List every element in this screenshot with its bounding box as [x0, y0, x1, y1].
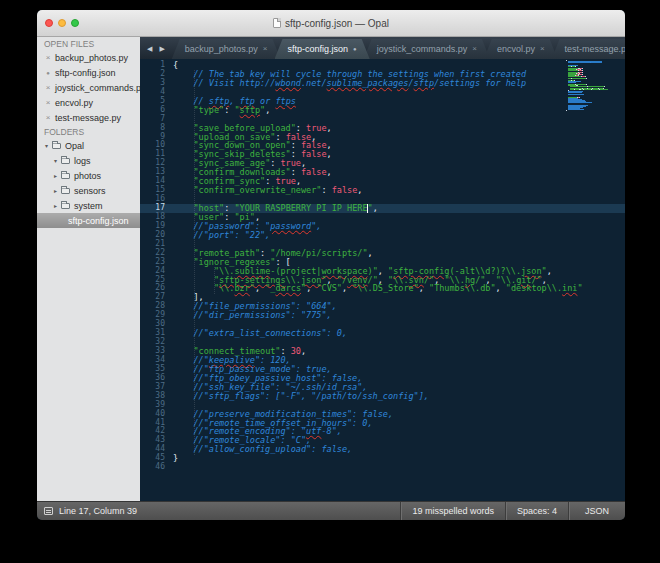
tree-item-label: logs	[74, 156, 91, 166]
code-line-text	[165, 195, 173, 204]
misspelled-word: sftp	[240, 105, 260, 115]
close-icon[interactable]: ×	[263, 45, 268, 53]
title-bar[interactable]: sftp-config.json — Opal	[37, 10, 625, 37]
back-icon[interactable]: ◀	[147, 45, 152, 52]
close-icon[interactable]: ×	[540, 45, 545, 53]
modified-dot-icon[interactable]: ●	[44, 70, 52, 76]
code-line[interactable]: 15 "confirm_overwrite_newer": false,	[140, 186, 625, 195]
misspelled-word: wbond	[275, 78, 301, 88]
tab-joystick-commands-py[interactable]: joystick_commands.py×	[364, 39, 490, 59]
code-line[interactable]: 26 "\\.bzr", "_darcs", "CVS", "\\.DS_Sto…	[140, 284, 625, 293]
code-line-text: //"port": "22",	[165, 231, 270, 240]
indentation-selector[interactable]: Spaces: 4	[505, 502, 568, 520]
close-icon[interactable]: ×	[44, 98, 52, 107]
tree-folder-item[interactable]: ▸system	[37, 198, 140, 213]
code-line-text: }	[165, 454, 178, 463]
minimap[interactable]	[566, 60, 621, 112]
open-file-label: sftp-config.json	[55, 68, 116, 78]
tree-item-label: sensors	[74, 186, 106, 196]
code-line[interactable]: 6 "type": "sftp",	[140, 106, 625, 115]
misspelled-word: sublime_packages	[327, 78, 409, 88]
open-file-item[interactable]: ×encvol.py	[37, 95, 140, 110]
chevron-right-icon[interactable]: ▸	[54, 172, 61, 179]
code-line-text	[165, 115, 173, 124]
tree-item-label: system	[74, 201, 103, 211]
code-lines: 1{2 // The tab key will cycle through th…	[140, 61, 625, 472]
sidebar: OPEN FILES ×backup_photos.py●sftp-config…	[37, 37, 140, 501]
code-line-text	[165, 338, 173, 347]
open-file-item[interactable]: ×test-message.py	[37, 110, 140, 125]
tree-folder-item[interactable]: ▾Opal	[37, 138, 140, 153]
code-line-text: //"sftp_flags": ["-F", "/path/to/ssh_con…	[165, 392, 429, 401]
close-window-icon[interactable]	[45, 19, 53, 27]
tabs: backup_photos.py×sftp-config.json●joysti…	[172, 39, 625, 59]
misspelled-word: ftps	[275, 96, 295, 106]
code-line[interactable]: 45}	[140, 454, 625, 463]
indent-guide	[214, 267, 215, 294]
code-line-text: "\\.bzr", "_darcs", "CVS", "\\.DS_Store"…	[165, 284, 583, 293]
window-title-group: sftp-config.json — Opal	[273, 18, 389, 29]
chevron-right-icon[interactable]: ▸	[54, 202, 61, 209]
tab-label: test-message.py	[565, 44, 625, 54]
tab-test-message-py[interactable]: test-message.py×	[552, 39, 625, 59]
editor-pane: ◀ ▶ backup_photos.py×sftp-config.json●jo…	[140, 37, 625, 501]
tree-item-label: Opal	[65, 141, 84, 151]
syntax-selector[interactable]: JSON	[568, 502, 625, 520]
tab-nav: ◀ ▶	[143, 37, 172, 59]
tab-label: backup_photos.py	[185, 44, 258, 54]
open-files-header: OPEN FILES	[37, 37, 140, 50]
tab-encvol-py[interactable]: encvol.py×	[484, 39, 558, 59]
code-line-text: //"dir_permissions": "775",	[165, 311, 332, 320]
tree-file-item[interactable]: sftp-config.json	[37, 213, 140, 228]
code-line[interactable]: 38 //"sftp_flags": ["-F", "/path/to/ssh_…	[140, 392, 625, 401]
misspelled-word: password	[270, 221, 311, 231]
code-line[interactable]: 46	[140, 463, 625, 472]
open-file-item[interactable]: ●sftp-config.json	[37, 65, 140, 80]
code-line[interactable]: 3 // Visit http://wbond.net/sublime_pack…	[140, 79, 625, 88]
tab-sftp-config-json[interactable]: sftp-config.json●	[275, 39, 370, 59]
open-file-label: encvol.py	[55, 98, 93, 108]
close-icon[interactable]: ×	[472, 45, 477, 53]
document-icon	[273, 18, 281, 28]
code-editor[interactable]: 1{2 // The tab key will cycle through th…	[140, 59, 625, 501]
open-files-list: ×backup_photos.py●sftp-config.json×joyst…	[37, 50, 140, 125]
folder-icon	[61, 188, 70, 194]
indent-guide	[194, 70, 195, 455]
tree-item-label: photos	[74, 171, 101, 181]
chevron-down-icon[interactable]: ▾	[54, 157, 61, 164]
modified-dot-icon[interactable]: ●	[353, 46, 357, 52]
tree-folder-item[interactable]: ▸sensors	[37, 183, 140, 198]
app-window: sftp-config.json — Opal OPEN FILES ×back…	[37, 10, 625, 520]
code-line-text: // Visit http://wbond.net/sublime_packag…	[165, 79, 526, 88]
tab-backup-photos-py[interactable]: backup_photos.py×	[172, 39, 281, 59]
status-panel-icon[interactable]	[44, 507, 53, 515]
status-bar: Line 17, Column 39 19 misspelled words S…	[37, 501, 625, 520]
zoom-window-icon[interactable]	[71, 19, 79, 27]
window-title: sftp-config.json — Opal	[285, 18, 389, 29]
close-icon[interactable]: ×	[44, 83, 52, 92]
tab-bar: ◀ ▶ backup_photos.py×sftp-config.json●jo…	[140, 37, 625, 59]
misspelled-word: sftp	[414, 78, 434, 88]
close-icon[interactable]: ×	[44, 53, 52, 62]
code-line[interactable]: 31 //"extra_list_connections": 0,	[140, 329, 625, 338]
open-file-item[interactable]: ×backup_photos.py	[37, 50, 140, 65]
forward-icon[interactable]: ▶	[159, 45, 164, 52]
chevron-down-icon[interactable]: ▾	[45, 142, 52, 149]
tree-folder-item[interactable]: ▸photos	[37, 168, 140, 183]
chevron-right-icon[interactable]: ▸	[54, 187, 61, 194]
code-line[interactable]: 29 //"dir_permissions": "775",	[140, 311, 625, 320]
misspelled-word: bzr	[234, 283, 249, 293]
code-line[interactable]: 44 //"allow_config_upload": false,	[140, 445, 625, 454]
folder-icon	[61, 158, 70, 164]
minimize-window-icon[interactable]	[58, 19, 66, 27]
code-line-text: "type": "sftp",	[165, 106, 270, 115]
code-line[interactable]: 20 //"port": "22",	[140, 231, 625, 240]
tree-folder-item[interactable]: ▾logs	[37, 153, 140, 168]
close-icon[interactable]: ×	[44, 113, 52, 122]
traffic-lights	[45, 10, 79, 36]
main-area: OPEN FILES ×backup_photos.py●sftp-config…	[37, 37, 625, 501]
status-right: 19 misspelled words Spaces: 4 JSON	[400, 502, 625, 520]
minimap-line	[566, 111, 621, 112]
code-line-text	[165, 463, 173, 472]
open-file-item[interactable]: ×joystick_commands.py	[37, 80, 140, 95]
